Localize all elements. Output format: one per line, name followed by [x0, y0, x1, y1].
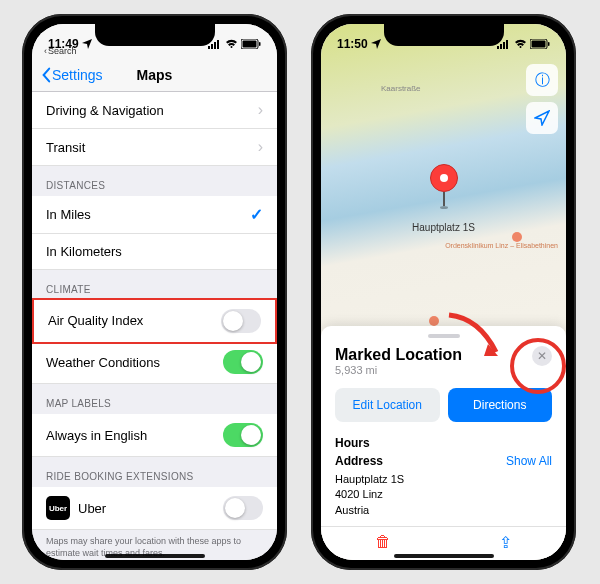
poi-street: Kaarstraße [381, 84, 421, 93]
svg-rect-3 [217, 40, 219, 49]
home-indicator[interactable] [394, 554, 494, 558]
map-info-button[interactable]: ⓘ [526, 64, 558, 96]
map-overlay: 11:50 ⓘ Kaarstraße Ordensklinikum Linz –… [321, 24, 566, 560]
pin-head-icon [430, 164, 458, 192]
delete-icon[interactable]: 🗑 [375, 533, 391, 552]
dropped-pin[interactable] [430, 164, 458, 209]
pin-label: Hauptplatz 1S [412, 222, 475, 233]
row-label: Always in English [46, 428, 147, 443]
address-line: Hauptplatz 1S [335, 472, 552, 487]
row-label: In Miles [46, 207, 91, 222]
row-weather-conditions[interactable]: Weather Conditions [32, 341, 277, 384]
poi-pin-icon [429, 316, 439, 326]
row-label: Driving & Navigation [46, 103, 164, 118]
sheet-buttons: Edit Location Directions [335, 388, 552, 422]
svg-rect-2 [214, 42, 216, 49]
share-icon[interactable]: ⇪ [499, 533, 512, 552]
address-block: Hauptplatz 1S 4020 Linz Austria [335, 472, 552, 518]
svg-rect-13 [548, 42, 550, 46]
chevron-right-icon: › [258, 138, 263, 156]
location-icon [371, 39, 381, 49]
show-all-link[interactable]: Show All [506, 454, 552, 468]
poi-ordenklinikum: Ordensklinikum Linz – Elisabethinen [445, 242, 558, 249]
row-label: Weather Conditions [46, 355, 160, 370]
map-locate-button[interactable] [526, 102, 558, 134]
row-label: Air Quality Index [48, 313, 143, 328]
address-line: Austria [335, 503, 552, 518]
svg-rect-5 [243, 41, 257, 48]
nav-back-button[interactable]: Settings [40, 67, 103, 83]
svg-rect-12 [532, 41, 546, 48]
address-heading: Address [335, 454, 383, 468]
hours-row: Hours [335, 436, 552, 454]
hours-heading: Hours [335, 436, 370, 450]
row-in-km[interactable]: In Kilometers [32, 234, 277, 270]
annotation-arrow-icon [444, 310, 514, 370]
row-uber[interactable]: UberUber [32, 487, 277, 530]
toggle-weather[interactable] [223, 350, 263, 374]
chevron-right-icon: › [258, 101, 263, 119]
settings-screen: 11:49 Search Settings Maps Driving & Nav… [32, 24, 277, 560]
map-controls: ⓘ [526, 64, 558, 134]
row-always-english[interactable]: Always in English [32, 414, 277, 457]
back-to-app[interactable]: Search [44, 46, 77, 56]
svg-rect-0 [208, 46, 210, 49]
address-line: 4020 Linz [335, 487, 552, 502]
svg-rect-9 [503, 42, 505, 49]
phone-left: 11:49 Search Settings Maps Driving & Nav… [22, 14, 287, 570]
pin-shadow [440, 206, 448, 209]
chevron-left-icon [40, 67, 52, 83]
row-label: Transit [46, 140, 85, 155]
svg-rect-7 [497, 46, 499, 49]
notch [95, 24, 215, 46]
row-air-quality-index[interactable]: Air Quality Index [32, 298, 277, 344]
battery-icon [530, 39, 550, 49]
section-distances: DISTANCES [32, 166, 277, 196]
uber-icon: Uber [46, 496, 70, 520]
row-transit[interactable]: Transit› [32, 129, 277, 166]
wifi-icon [514, 39, 527, 49]
row-driving-nav[interactable]: Driving & Navigation› [32, 92, 277, 129]
toggle-aqi[interactable] [221, 309, 261, 333]
nav-bar: Settings Maps [32, 58, 277, 92]
section-map-labels: MAP LABELS [32, 384, 277, 414]
toggle-english[interactable] [223, 423, 263, 447]
section-ride-booking: RIDE BOOKING EXTENSIONS [32, 457, 277, 487]
wifi-icon [225, 39, 238, 49]
home-indicator[interactable] [105, 554, 205, 558]
section-climate: CLIMATE [32, 270, 277, 300]
nav-title: Maps [137, 67, 173, 83]
toggle-uber[interactable] [223, 496, 263, 520]
maps-screen: 11:50 ⓘ Kaarstraße Ordensklinikum Linz –… [321, 24, 566, 560]
edit-location-button[interactable]: Edit Location [335, 388, 440, 422]
row-in-miles[interactable]: In Miles✓ [32, 196, 277, 234]
row-label: Uber [78, 501, 106, 516]
poi-pin-icon [512, 232, 522, 242]
row-label: In Kilometers [46, 244, 122, 259]
svg-rect-1 [211, 44, 213, 49]
phone-right: 11:50 ⓘ Kaarstraße Ordensklinikum Linz –… [311, 14, 576, 570]
checkmark-icon: ✓ [250, 205, 263, 224]
annotation-circle [510, 338, 566, 394]
svg-rect-6 [259, 42, 261, 46]
svg-rect-10 [506, 40, 508, 49]
battery-icon [241, 39, 261, 49]
settings-list[interactable]: Driving & Navigation› Transit› DISTANCES… [32, 92, 277, 560]
address-row: Address Show All [335, 454, 552, 472]
pin-stick [443, 192, 445, 206]
svg-rect-8 [500, 44, 502, 49]
nav-back-label: Settings [52, 67, 103, 83]
status-time: 11:50 [337, 37, 368, 51]
notch [384, 24, 504, 46]
location-icon [82, 39, 92, 49]
